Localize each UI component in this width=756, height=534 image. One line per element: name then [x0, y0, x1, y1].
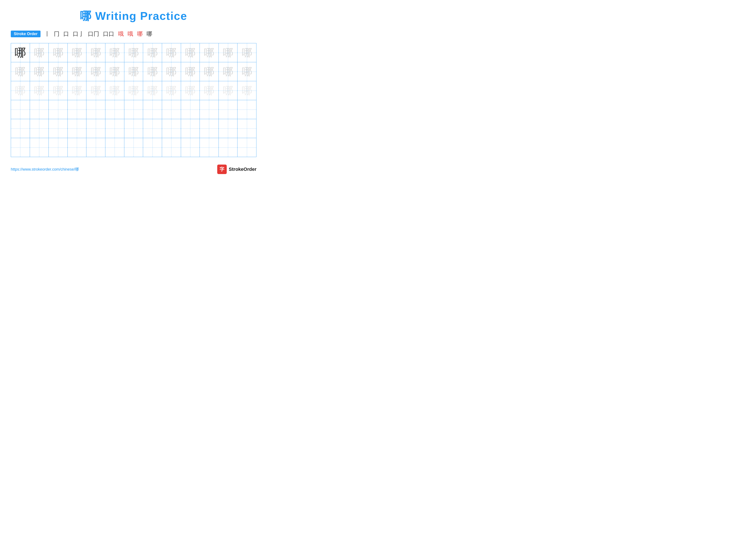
grid-cell-empty[interactable]	[105, 100, 124, 119]
grid-cell-lighter[interactable]: 哪	[162, 81, 181, 100]
grid-cell-faint[interactable]: 哪	[105, 62, 124, 81]
char-faint: 哪	[204, 66, 214, 77]
grid-cell-faint[interactable]: 哪	[68, 62, 86, 81]
grid-cell-faint[interactable]: 哪	[49, 62, 68, 81]
char-faint: 哪	[223, 66, 233, 77]
grid-cell-faint[interactable]: 哪	[124, 43, 143, 62]
grid-cell-empty[interactable]	[237, 119, 256, 138]
footer-url[interactable]: https://www.strokeorder.com/chinese/哪	[11, 167, 79, 172]
grid-cell-faint[interactable]: 哪	[162, 62, 181, 81]
grid-cell-faint[interactable]: 哪	[200, 43, 219, 62]
grid-cell-faint[interactable]: 哪	[105, 43, 124, 62]
stroke-step-4: 口亅	[73, 30, 84, 38]
char-faint: 哪	[242, 66, 252, 77]
grid-cell-faint[interactable]: 哪	[86, 62, 105, 81]
grid-cell-lighter[interactable]: 哪	[219, 81, 237, 100]
grid-cell-empty[interactable]	[49, 119, 68, 138]
stroke-step-10: 哪	[147, 30, 152, 38]
grid-cell-faint[interactable]: 哪	[181, 62, 200, 81]
char-faint: 哪	[128, 47, 139, 58]
grid-cell-empty[interactable]	[162, 119, 181, 138]
grid-cell-empty[interactable]	[11, 100, 30, 119]
grid-cell-faint[interactable]: 哪	[86, 43, 105, 62]
grid-cell-empty[interactable]	[219, 119, 237, 138]
grid-cell-lighter[interactable]: 哪	[124, 81, 143, 100]
grid-cell-solid[interactable]: 哪	[11, 43, 30, 62]
grid-cell-lighter[interactable]: 哪	[30, 81, 49, 100]
grid-cell-empty[interactable]	[200, 100, 219, 119]
grid-cell-empty[interactable]	[124, 138, 143, 157]
char-faint: 哪	[166, 47, 176, 58]
grid-row-5	[11, 119, 256, 138]
char-faint: 哪	[72, 66, 82, 77]
grid-cell-empty[interactable]	[124, 119, 143, 138]
grid-cell-lighter[interactable]: 哪	[143, 81, 162, 100]
grid-cell-lighter[interactable]: 哪	[49, 81, 68, 100]
grid-cell-lighter[interactable]: 哪	[237, 81, 256, 100]
footer: https://www.strokeorder.com/chinese/哪 字 …	[11, 165, 256, 174]
grid-cell-lighter[interactable]: 哪	[105, 81, 124, 100]
grid-cell-lighter[interactable]: 哪	[200, 81, 219, 100]
grid-cell-lighter[interactable]: 哪	[68, 81, 86, 100]
grid-cell-empty[interactable]	[143, 138, 162, 157]
grid-cell-faint[interactable]: 哪	[200, 62, 219, 81]
grid-cell-faint[interactable]: 哪	[143, 43, 162, 62]
grid-cell-faint[interactable]: 哪	[181, 43, 200, 62]
char-lighter: 哪	[223, 85, 233, 96]
grid-cell-faint[interactable]: 哪	[237, 43, 256, 62]
grid-cell-empty[interactable]	[181, 100, 200, 119]
char-lighter: 哪	[91, 85, 101, 96]
grid-cell-empty[interactable]	[143, 100, 162, 119]
grid-cell-empty[interactable]	[86, 138, 105, 157]
grid-cell-lighter[interactable]: 哪	[181, 81, 200, 100]
grid-cell-empty[interactable]	[200, 138, 219, 157]
char-faint: 哪	[242, 47, 252, 58]
grid-cell-empty[interactable]	[143, 119, 162, 138]
grid-cell-faint[interactable]: 哪	[162, 43, 181, 62]
grid-cell-faint[interactable]: 哪	[49, 43, 68, 62]
grid-cell-faint[interactable]: 哪	[237, 62, 256, 81]
grid-cell-empty[interactable]	[200, 119, 219, 138]
grid-cell-empty[interactable]	[86, 100, 105, 119]
char-faint: 哪	[204, 47, 214, 58]
grid-cell-empty[interactable]	[237, 100, 256, 119]
grid-cell-empty[interactable]	[219, 138, 237, 157]
stroke-order-badge: Stroke Order	[11, 31, 40, 37]
grid-cell-empty[interactable]	[68, 138, 86, 157]
grid-cell-empty[interactable]	[30, 119, 49, 138]
grid-cell-empty[interactable]	[68, 100, 86, 119]
grid-cell-empty[interactable]	[30, 138, 49, 157]
grid-cell-empty[interactable]	[181, 119, 200, 138]
grid-cell-faint[interactable]: 哪	[30, 43, 49, 62]
grid-cell-faint[interactable]: 哪	[30, 62, 49, 81]
grid-cell-faint[interactable]: 哪	[219, 62, 237, 81]
grid-cell-empty[interactable]	[124, 100, 143, 119]
grid-cell-empty[interactable]	[30, 100, 49, 119]
grid-cell-lighter[interactable]: 哪	[86, 81, 105, 100]
grid-cell-faint[interactable]: 哪	[219, 43, 237, 62]
grid-cell-empty[interactable]	[11, 119, 30, 138]
grid-cell-lighter[interactable]: 哪	[11, 81, 30, 100]
stroke-step-7: 哦	[118, 30, 124, 38]
grid-cell-faint[interactable]: 哪	[11, 62, 30, 81]
grid-cell-empty[interactable]	[11, 138, 30, 157]
grid-cell-empty[interactable]	[162, 100, 181, 119]
grid-cell-empty[interactable]	[105, 119, 124, 138]
grid-cell-empty[interactable]	[237, 138, 256, 157]
grid-cell-faint[interactable]: 哪	[143, 62, 162, 81]
grid-cell-empty[interactable]	[162, 138, 181, 157]
grid-cell-empty[interactable]	[219, 100, 237, 119]
char-lighter: 哪	[166, 85, 176, 96]
grid-cell-empty[interactable]	[105, 138, 124, 157]
grid-cell-empty[interactable]	[49, 100, 68, 119]
grid-cell-faint[interactable]: 哪	[68, 43, 86, 62]
grid-cell-empty[interactable]	[49, 138, 68, 157]
grid-cell-empty[interactable]	[181, 138, 200, 157]
grid-cell-empty[interactable]	[86, 119, 105, 138]
char-faint: 哪	[91, 66, 101, 77]
char-lighter: 哪	[148, 85, 158, 96]
stroke-step-5: 口冂	[88, 30, 99, 38]
brand-icon: 字	[217, 165, 227, 174]
grid-cell-faint[interactable]: 哪	[124, 62, 143, 81]
grid-cell-empty[interactable]	[68, 119, 86, 138]
